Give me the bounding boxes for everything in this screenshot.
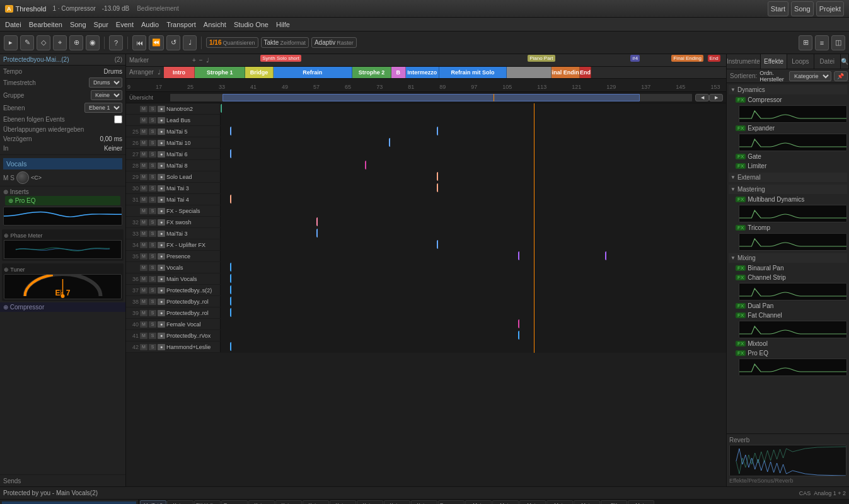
tab-effekte[interactable]: Effekte: [761, 54, 787, 69]
menu-transport[interactable]: Transport: [166, 21, 196, 28]
fx-item-name[interactable]: FXFat Channel: [734, 311, 847, 319]
marker-add-btn[interactable]: +: [192, 57, 196, 64]
pin-btn[interactable]: 📌: [834, 71, 848, 81]
solo-button[interactable]: S: [149, 287, 156, 294]
mute-button[interactable]: M: [140, 140, 147, 146]
project-button[interactable]: Projekt: [816, 1, 844, 16]
tab-search-icon[interactable]: 🔍: [841, 54, 849, 69]
solo-button[interactable]: S: [149, 185, 156, 192]
mute-button[interactable]: M: [140, 321, 147, 328]
timestretch-select[interactable]: Drums: [89, 77, 122, 88]
solo-button[interactable]: S: [149, 129, 156, 135]
rec-button[interactable]: ●: [158, 276, 165, 282]
clip[interactable]: [221, 104, 365, 113]
solo-button[interactable]: S: [149, 265, 156, 271]
mute-button[interactable]: M: [140, 265, 147, 271]
solo-button[interactable]: S: [149, 140, 156, 146]
mute-button[interactable]: M: [140, 310, 147, 316]
cursor-tool[interactable]: ▸: [4, 35, 18, 50]
clip[interactable]: [605, 251, 653, 260]
compressor-slot[interactable]: ⊕ Compressor: [0, 302, 125, 312]
marker-remove-btn[interactable]: −: [199, 57, 203, 64]
clip[interactable]: [230, 274, 686, 283]
arranger-block[interactable]: End: [580, 67, 591, 79]
clip[interactable]: [316, 229, 345, 238]
solo-button[interactable]: S: [149, 163, 156, 169]
clip[interactable]: [389, 138, 446, 147]
arranger-block[interactable]: Strophe 2: [352, 67, 391, 79]
fx-item-name[interactable]: FXMixtool: [734, 340, 847, 348]
arranger-block[interactable]: Intermezzo: [406, 67, 440, 79]
mute-button[interactable]: M: [140, 287, 147, 294]
slice-tool[interactable]: ⌖: [53, 35, 67, 50]
solo-button[interactable]: S: [149, 276, 156, 282]
mix-view-btn[interactable]: ≡: [815, 35, 829, 50]
clip[interactable]: [316, 217, 345, 226]
menu-spur[interactable]: Spur: [94, 21, 108, 28]
solo-button[interactable]: S: [149, 344, 156, 350]
mute-button[interactable]: M: [140, 219, 147, 226]
clip[interactable]: [518, 319, 686, 328]
clip[interactable]: [230, 308, 686, 317]
rec-button[interactable]: ●: [158, 106, 165, 112]
menu-datei[interactable]: Datei: [5, 21, 21, 28]
solo-button[interactable]: S: [149, 321, 156, 328]
rec-button[interactable]: ●: [158, 140, 165, 146]
fx-category-header[interactable]: ▼Dynamics: [729, 85, 847, 94]
song-button[interactable]: Song: [791, 1, 814, 16]
metronome[interactable]: ♩: [183, 35, 197, 50]
clip[interactable]: [437, 183, 629, 192]
tab-instrumente[interactable]: Instrumente: [727, 54, 761, 69]
clip[interactable]: [230, 342, 686, 351]
arranger-block[interactable]: Refrain: [274, 67, 352, 79]
clip[interactable]: [365, 161, 403, 169]
rec-button[interactable]: ●: [158, 197, 165, 203]
pencil-tool[interactable]: ✎: [20, 35, 34, 50]
clip[interactable]: [230, 285, 686, 294]
clip[interactable]: [437, 240, 605, 249]
overview-scroll-right[interactable]: ▶: [709, 94, 723, 101]
mute-button[interactable]: M: [140, 117, 147, 123]
menu-bearbeiten[interactable]: Bearbeiten: [29, 21, 62, 28]
ebenen-select[interactable]: Ebene 1: [84, 103, 122, 113]
rec-button[interactable]: ●: [158, 174, 165, 180]
fx-item-name[interactable]: FXDual Pan: [734, 302, 847, 310]
solo-button[interactable]: S: [149, 151, 156, 158]
mute-tool[interactable]: ◉: [86, 35, 100, 50]
fx-item-name[interactable]: FXGate: [734, 152, 847, 161]
rec-button[interactable]: ●: [158, 129, 165, 135]
help-btn[interactable]: ?: [109, 35, 123, 50]
rec-button[interactable]: ●: [158, 163, 165, 169]
rec-button[interactable]: ●: [158, 253, 165, 260]
overview-region[interactable]: [222, 94, 640, 101]
arranger-block[interactable]: Bridge: [245, 67, 274, 79]
clip[interactable]: [437, 172, 701, 181]
mute-button[interactable]: M: [140, 333, 147, 339]
mute-button[interactable]: M: [140, 276, 147, 282]
fx-item-name[interactable]: FXExpander: [734, 124, 847, 132]
rec-button[interactable]: ●: [158, 287, 165, 294]
solo-button[interactable]: S: [149, 333, 156, 339]
rec-button[interactable]: ●: [158, 185, 165, 192]
mute-button[interactable]: M: [140, 344, 147, 350]
overview-scroll-left[interactable]: ◀: [695, 94, 709, 101]
solo-button[interactable]: S: [149, 253, 156, 260]
solo-button[interactable]: S: [149, 242, 156, 248]
skip-back[interactable]: ⏮: [132, 35, 146, 50]
mute-button[interactable]: M: [140, 299, 147, 305]
rec-button[interactable]: ●: [158, 333, 165, 339]
rec-button[interactable]: ●: [158, 242, 165, 248]
pro-eq-slot[interactable]: ⊕ Pro EQ: [5, 196, 120, 205]
group-select[interactable]: Keine: [91, 90, 122, 100]
rec-button[interactable]: ●: [158, 265, 165, 271]
mute-button[interactable]: M: [140, 253, 147, 260]
solo-button[interactable]: S: [149, 208, 156, 214]
mute-button[interactable]: M: [140, 231, 147, 237]
rec-button[interactable]: ●: [158, 321, 165, 328]
fx-category-header[interactable]: ▼Mixing: [729, 253, 847, 263]
clip[interactable]: [230, 263, 686, 272]
rec-button[interactable]: ●: [158, 344, 165, 350]
clip[interactable]: [518, 331, 686, 340]
mute-button[interactable]: M: [140, 163, 147, 169]
fx-item-name[interactable]: FXLimiter: [734, 162, 847, 170]
